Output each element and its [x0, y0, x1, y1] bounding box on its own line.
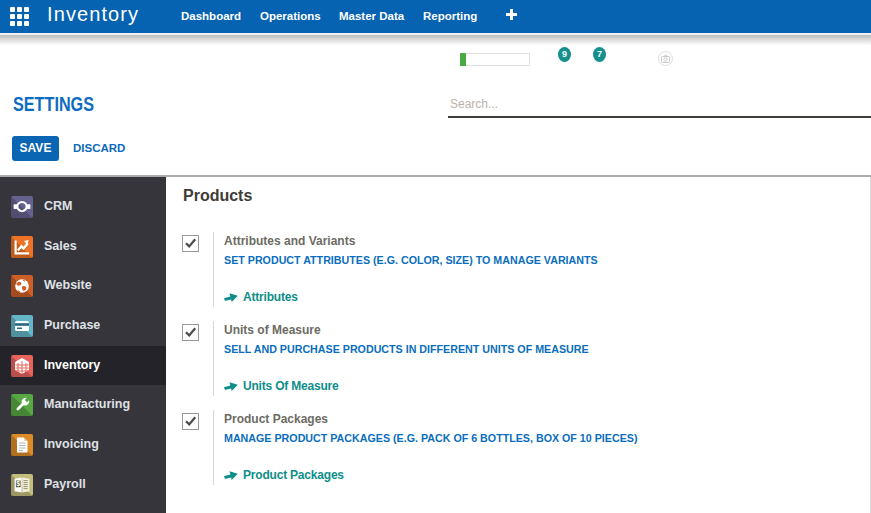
- svg-text:$: $: [16, 480, 20, 488]
